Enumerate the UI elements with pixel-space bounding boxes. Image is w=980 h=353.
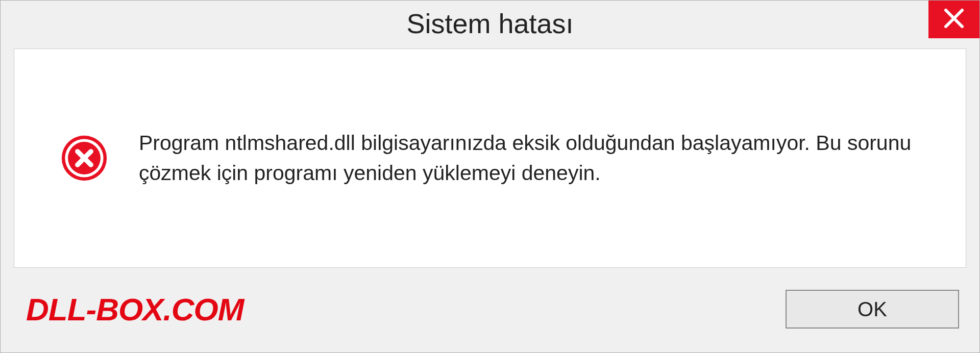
titlebar: Sistem hatası [1, 1, 979, 48]
watermark-text: DLL-BOX.COM [26, 291, 243, 327]
dialog-footer: DLL-BOX.COM OK [1, 281, 979, 352]
content-panel: Program ntlmshared.dll bilgisayarınızda … [14, 48, 966, 268]
error-icon [60, 134, 108, 182]
error-message: Program ntlmshared.dll bilgisayarınızda … [139, 128, 935, 189]
close-button[interactable] [928, 1, 979, 38]
error-dialog: Sistem hatası Program ntlmshared.dll bil… [0, 0, 980, 353]
close-icon [943, 7, 965, 32]
ok-button[interactable]: OK [786, 290, 959, 329]
dialog-title: Sistem hatası [1, 1, 979, 39]
